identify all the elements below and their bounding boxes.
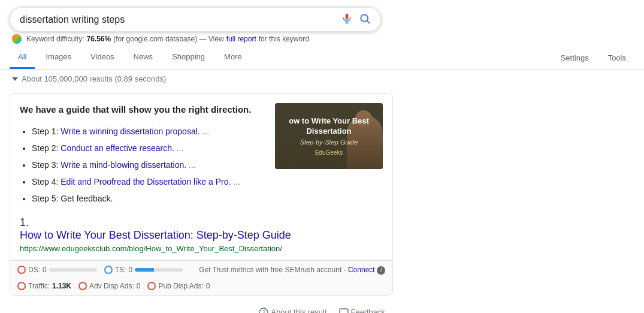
step-5: Step 5: Get feedback. xyxy=(32,190,265,207)
settings-link[interactable]: Settings xyxy=(552,47,597,68)
svg-rect-0 xyxy=(346,14,349,20)
result-main-link[interactable]: How to Write Your Best Dissertation: Ste… xyxy=(20,229,383,242)
ts-label: TS: xyxy=(115,266,126,274)
keyword-suffix: (for google.com database) — View xyxy=(113,35,224,43)
keyword-percent: 76.56% xyxy=(87,35,111,43)
mic-icon[interactable] xyxy=(341,13,353,26)
metrics-bar-row2: Traffic: 1.13K Adv Disp Ads: 0 Pub Disp … xyxy=(10,279,392,295)
ds-metric: DS: 0 xyxy=(17,266,97,274)
step-4: Step 4: Edit and Proofread the Dissertat… xyxy=(32,173,265,190)
tab-all[interactable]: All xyxy=(10,46,35,69)
traffic-value: 1.13K xyxy=(52,282,71,290)
full-report-link[interactable]: full report xyxy=(226,35,256,43)
result-guide-title: We have a guide that will show you the r… xyxy=(20,103,265,116)
page-footer: ? About this result Feedback xyxy=(0,300,644,314)
feedback-link[interactable]: Feedback xyxy=(339,308,385,314)
ts-value: 0 xyxy=(128,266,132,274)
metrics-bar: DS: 0 TS: 0 Get Trust metrics with free … xyxy=(10,260,392,279)
result-link-section: 1. How to Write Your Best Dissertation: … xyxy=(10,216,392,260)
filter-arrow-icon[interactable] xyxy=(12,77,18,81)
result-card: We have a guide that will show you the r… xyxy=(10,93,393,296)
adv-metric: Adv Disp Ads: 0 xyxy=(78,282,140,290)
traffic-metric: Traffic: 1.13K xyxy=(17,282,71,290)
pub-metric: Pub Disp Ads: 0 xyxy=(147,282,210,290)
pub-circle-icon xyxy=(147,282,156,290)
svg-line-4 xyxy=(367,21,370,23)
result-text: We have a guide that will show you the r… xyxy=(20,103,265,207)
ds-circle-icon xyxy=(17,266,26,274)
tab-more[interactable]: More xyxy=(216,46,250,69)
adv-value: 0 xyxy=(137,282,141,290)
step-1-link[interactable]: Write a winning dissertation proposal. xyxy=(61,127,199,136)
tab-videos[interactable]: Videos xyxy=(82,46,123,69)
ds-value: 0 xyxy=(43,266,47,274)
step-5-label: Step 5: Get feedback. xyxy=(32,194,113,203)
keyword-bar: Keyword difficulty: 76.56% (for google.c… xyxy=(0,32,644,46)
thumbnail-text: ow to Write Your Best Dissertation Step-… xyxy=(275,112,383,161)
svg-text:?: ? xyxy=(262,309,266,314)
about-label: About this result xyxy=(271,308,326,313)
traffic-label: Traffic: xyxy=(28,282,50,290)
ds-bar xyxy=(49,268,97,272)
tab-news[interactable]: News xyxy=(125,46,162,69)
keyword-link-suffix: for this keyword xyxy=(259,35,309,43)
pub-label: Pub Disp Ads: xyxy=(158,282,203,290)
thumbnail-brand: EduGeeks xyxy=(280,149,378,156)
step-2-label: Step 2: xyxy=(32,143,61,153)
ts-metric: TS: 0 xyxy=(104,266,183,274)
step-1-label: Step 1: xyxy=(32,127,61,136)
search-submit-icon[interactable] xyxy=(359,13,371,26)
result-number: 1. xyxy=(20,216,29,228)
result-url: https://www.edugeeksclub.com/blog/How_to… xyxy=(20,244,383,253)
traffic-circle-icon xyxy=(17,282,26,290)
search-box xyxy=(10,7,381,32)
adv-label: Adv Disp Ads: xyxy=(89,282,134,290)
about-icon: ? xyxy=(259,308,268,314)
thumbnail-main-line: ow to Write Your Best Dissertation xyxy=(280,116,378,137)
result-body: We have a guide that will show you the r… xyxy=(10,94,392,216)
ts-circle-icon xyxy=(104,266,113,274)
semrush-text: Get Trust metrics with free SEMrush acco… xyxy=(199,266,385,275)
ts-bar xyxy=(135,268,183,272)
ds-label: DS: xyxy=(28,266,40,274)
semrush-connect-link[interactable]: Connect xyxy=(348,266,375,274)
step-3: Step 3: Write a mind-blowing dissertatio… xyxy=(32,156,265,173)
step-4-link[interactable]: Edit and Proofread the Dissertation like… xyxy=(61,177,231,186)
step-3-label: Step 3: xyxy=(32,160,61,170)
step-2: Step 2: Conduct an effective research. .… xyxy=(32,140,265,156)
keyword-prefix: Keyword difficulty: xyxy=(26,35,84,43)
search-input[interactable] xyxy=(20,14,335,25)
search-bar-container xyxy=(0,0,644,32)
feedback-label: Feedback xyxy=(351,308,385,313)
nav-tabs: All Images Videos News Shopping More Set… xyxy=(0,46,644,70)
info-icon[interactable]: i xyxy=(377,266,385,275)
result-thumbnail[interactable]: ow to Write Your Best Dissertation Step-… xyxy=(275,103,383,169)
svg-rect-7 xyxy=(340,309,348,314)
tools-link[interactable]: Tools xyxy=(600,47,634,68)
adv-circle-icon xyxy=(78,282,87,290)
step-1: Step 1: Write a winning dissertation pro… xyxy=(32,123,265,140)
result-steps-list: Step 1: Write a winning dissertation pro… xyxy=(20,123,265,207)
tab-images[interactable]: Images xyxy=(37,46,80,69)
step-2-link[interactable]: Conduct an effective research. xyxy=(61,143,174,153)
about-result-link[interactable]: ? About this result xyxy=(259,308,326,314)
results-count-text: About 105,000,000 results (0.89 seconds) xyxy=(22,74,166,83)
feedback-icon xyxy=(339,308,349,314)
keyword-badge-icon xyxy=(12,34,22,44)
step-4-label: Step 4: xyxy=(32,177,61,186)
tab-shopping[interactable]: Shopping xyxy=(164,46,213,69)
step-3-link[interactable]: Write a mind-blowing dissertation. xyxy=(61,160,186,170)
pub-value: 0 xyxy=(206,282,210,290)
results-count: About 105,000,000 results (0.89 seconds) xyxy=(0,70,644,88)
thumbnail-sub-line: Step-by-Step Guide xyxy=(280,139,378,146)
